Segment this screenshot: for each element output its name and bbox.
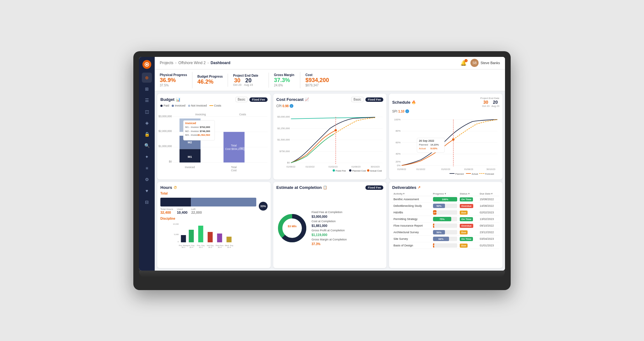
kpi-cost-sub: $879,347 <box>305 84 329 87</box>
eac-row-0: Fixed Fee at Completion <box>312 211 347 214</box>
app-logo[interactable] <box>142 60 151 69</box>
kpi-pp-sub: 37.5% <box>160 84 187 87</box>
sidebar-icon-layers[interactable]: ⊟ <box>142 197 152 207</box>
svg-text:9.03%: 9.03% <box>430 147 437 150</box>
budget-dropdown[interactable]: Basic <box>236 97 247 102</box>
eac-badge: Fixed Fee <box>365 185 384 190</box>
svg-point-98 <box>285 221 300 236</box>
sidebar-icon-lock[interactable]: 🔒 <box>142 129 152 139</box>
sidebar-icon-diamond[interactable]: ◈ <box>142 118 152 128</box>
svg-text:Costs: Costs <box>239 113 246 116</box>
kpi-bp-value: 46.2% <box>197 79 223 85</box>
disc-chart-wrap: 10,000 5,000 0 Proj. M <box>160 221 268 265</box>
cell-duedate: 09/10/2022 <box>478 223 499 229</box>
svg-text:Fixed Fee: Fixed Fee <box>336 169 346 172</box>
svg-text:Cost  $934,200: Cost $934,200 <box>225 147 243 151</box>
cell-status: Overdue <box>458 223 478 229</box>
disc-label: Discipline <box>160 217 268 220</box>
sched-date2-num: 20 <box>493 100 498 105</box>
cell-status: Overdue <box>458 203 478 209</box>
svg-text:JG-2: JG-2 <box>199 246 203 248</box>
hours-card: Hours ⏱ Total <box>157 182 271 268</box>
sidebar-icon-home[interactable]: ⊕ <box>142 73 152 83</box>
svg-text:Total: Total <box>231 166 237 169</box>
svg-text:$1,000,000: $1,000,000 <box>158 145 172 148</box>
cell-progress: 5% <box>432 242 458 249</box>
kpi-date1-num: 30 <box>234 78 241 83</box>
legend-paid: Paid <box>160 104 169 107</box>
topbar: Projects › Offshore Wind 2 › Dashboard 🔔… <box>155 57 505 69</box>
cpi-info-icon[interactable]: i <box>290 104 293 108</box>
cf-dropdown[interactable]: Basic <box>351 97 363 102</box>
svg-text:01/02/23: 01/02/23 <box>441 168 450 171</box>
svg-text:0%: 0% <box>397 164 401 167</box>
sidebar-icon-menu[interactable]: ≡ <box>142 163 152 173</box>
sidebar-icon-box[interactable]: ◫ <box>142 107 152 117</box>
eac-header: Estimate at Completion 📋 Fixed Fee <box>276 185 384 190</box>
svg-text:JG-1: JG-1 <box>181 246 185 248</box>
sidebar-icon-settings[interactable]: ⚙ <box>142 174 152 184</box>
user-info[interactable]: SB Steve Banks <box>470 59 500 67</box>
cell-progress: 66% <box>432 236 458 242</box>
svg-text:01/06/22: 01/06/22 <box>286 165 295 168</box>
svg-text:Actual: Actual <box>472 173 478 175</box>
deliv-table-wrap: Activity ▾ Progress ▾ Status ▾ Due Date … <box>392 192 499 265</box>
svg-text:JG-4: JG-4 <box>227 246 231 248</box>
notification-icon[interactable]: 🔔 1 <box>460 60 467 66</box>
sidebar-icon-star[interactable]: ✦ <box>142 152 152 162</box>
cell-activity: Flow Assurance Report <box>392 223 431 229</box>
cell-duedate: 15/08/2022 <box>478 196 499 203</box>
deliverables-card: Deliverables ↗ Activity ▾ Progress ▾ Sta… <box>389 182 502 268</box>
breadcrumb-projects[interactable]: Projects <box>160 61 173 65</box>
kpi-date2-month: Aug 23 <box>244 83 253 86</box>
svg-text:Invoicing: Invoicing <box>195 113 206 116</box>
cell-status: On Time <box>458 236 478 242</box>
sidebar-icon-heart[interactable]: ♥ <box>142 186 152 196</box>
status-badge: Due <box>460 244 468 248</box>
cell-status: Due <box>458 242 478 249</box>
table-row: Benthic Assessment 100% On Time 15/08/20… <box>392 196 499 203</box>
kpi-pp-value: 36.9% <box>160 77 187 84</box>
spi-info-icon[interactable]: i <box>405 109 409 113</box>
cf-svg: $3,000,000 $2,250,000 $1,500,000 $750,00… <box>276 109 384 176</box>
hours-total-info: Total Hours 32,400 <box>160 208 173 214</box>
topbar-right: 🔔 1 SB Steve Banks <box>460 59 500 67</box>
eac-content: $3 Mln Fixed Fee at Completion $3,000,00… <box>276 192 384 265</box>
svg-point-49 <box>367 169 369 172</box>
svg-point-47 <box>349 169 351 172</box>
sched-svg: 100% 80% 60% 40% 20% 0% <box>392 114 499 176</box>
sched-ped-label: Project End Date <box>480 97 499 100</box>
sidebar-icon-search[interactable]: 🔍 <box>142 140 152 151</box>
svg-text:Invoiced: Invoiced <box>185 166 195 169</box>
cost-forecast-card: Cost Forecast 📈 Basic Fixed Fee CPI 0.98 <box>273 94 387 179</box>
hours-used-info: Used 10,400 <box>177 208 187 214</box>
breadcrumb-project[interactable]: Offshore Wind 2 <box>178 61 205 65</box>
status-badge: Overdue <box>460 224 473 228</box>
breadcrumb-sep1: › <box>175 61 176 65</box>
svg-text:M2 - Invoice: M2 - Invoice <box>185 130 199 133</box>
legend-paid-dot <box>160 105 163 107</box>
kpi-gm-value: 37.3% <box>274 77 295 84</box>
cell-duedate: 23/12/2022 <box>478 229 499 236</box>
hours-total-value: 32,400 <box>160 211 173 214</box>
hours-total-label: Total <box>160 192 268 195</box>
svg-text:$1,500,000: $1,500,000 <box>277 139 290 141</box>
hours-left-info: Left 22,000 <box>191 208 202 214</box>
cf-chart: $3,000,000 $2,250,000 $1,500,000 $750,00… <box>276 109 384 176</box>
donut-svg: $3 Mln <box>276 212 308 244</box>
kpi-ed-label: Project End Date <box>233 74 264 78</box>
legend-costs-line <box>209 105 213 106</box>
svg-text:Actual Cost: Actual Cost <box>370 169 382 172</box>
sidebar-icon-grid[interactable]: ⊞ <box>142 84 152 94</box>
sched-icon: 🔥 <box>412 100 416 104</box>
sidebar-icon-list[interactable]: ☰ <box>142 95 152 105</box>
hours-bar-used <box>160 198 191 206</box>
budget-badge: Fixed Fee <box>249 97 268 102</box>
table-row: Basis of Design 5% Due 01/01/2023 <box>392 242 499 249</box>
eac-row-3: Gross Margin at Completion <box>312 238 347 241</box>
progress-bar-fill: 66% <box>433 237 449 241</box>
kpi-cost-label: Cost <box>305 73 329 77</box>
svg-text:$3,000,000: $3,000,000 <box>277 116 290 118</box>
svg-text:80%: 80% <box>396 130 401 133</box>
legend-costs: Costs <box>209 104 221 107</box>
